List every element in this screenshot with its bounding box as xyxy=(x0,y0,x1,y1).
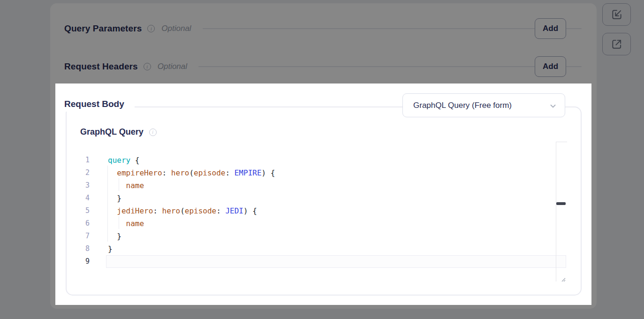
code-token-p: } xyxy=(108,194,121,203)
line-number: 4 xyxy=(67,192,90,205)
line-number-gutter: 123456789 xyxy=(67,154,90,268)
line-number: 5 xyxy=(67,205,90,217)
code-token-prop: name xyxy=(126,181,144,190)
code-line[interactable]: } xyxy=(106,243,566,255)
dim-overlay xyxy=(0,305,644,319)
graphql-query-header: GraphQL Query i xyxy=(80,127,157,137)
scrollbar-thumb[interactable] xyxy=(556,202,566,205)
code-line[interactable]: jediHero: hero(episode: JEDI) { xyxy=(106,205,566,217)
line-number: 2 xyxy=(67,167,90,179)
code-token-p: ) { xyxy=(262,168,275,177)
code-token-p: : xyxy=(162,168,171,177)
dim-overlay xyxy=(0,84,55,305)
code-token-prop: name xyxy=(126,219,144,228)
code-token-p: : xyxy=(216,206,225,215)
info-icon: i xyxy=(149,129,157,136)
code-line[interactable]: name xyxy=(106,217,566,230)
chevron-down-icon xyxy=(549,102,557,110)
code-token-prop: episode xyxy=(194,168,225,177)
code-token-p: } xyxy=(108,232,121,241)
code-token-enum: EMPIRE xyxy=(235,168,262,177)
scrollbar-track xyxy=(556,142,556,281)
code-line[interactable]: query { xyxy=(106,154,566,167)
code-token-p xyxy=(108,219,126,228)
code-token-p: { xyxy=(130,156,139,165)
code-line[interactable]: } xyxy=(106,230,566,243)
dim-overlay xyxy=(591,84,644,305)
code-line[interactable]: } xyxy=(106,192,566,205)
code-token-kw: query xyxy=(108,156,130,165)
code-token-p xyxy=(108,206,117,215)
request-body-label: Request Body xyxy=(64,99,124,109)
code-token-p: : xyxy=(153,206,162,215)
line-number: 8 xyxy=(67,243,90,255)
code-token-p: ( xyxy=(189,168,194,177)
code-area[interactable]: query { empireHero: hero(episode: EMPIRE… xyxy=(106,154,566,268)
scrollbar-track xyxy=(556,142,567,142)
code-token-prop: episode xyxy=(185,206,216,215)
code-token-p xyxy=(108,181,126,190)
code-token-prop: hero xyxy=(162,206,181,215)
code-line[interactable] xyxy=(106,255,566,268)
code-line[interactable]: empireHero: hero(episode: EMPIRE) { xyxy=(106,167,566,179)
code-token-p: ( xyxy=(180,206,185,215)
line-number: 9 xyxy=(67,255,90,268)
line-number: 3 xyxy=(67,179,90,192)
line-number: 1 xyxy=(67,154,90,167)
body-type-selected-value: GraphQL Query (Free form) xyxy=(413,101,512,110)
dim-overlay xyxy=(0,0,644,84)
code-token-enum: JEDI xyxy=(225,206,243,215)
graphql-query-card: GraphQL Query i 123456789 query { empire… xyxy=(66,106,582,296)
body-type-select[interactable]: GraphQL Query (Free form) xyxy=(402,93,565,117)
code-token-prop: empireHero xyxy=(117,168,162,177)
request-body-header: Request Body xyxy=(55,97,135,112)
code-token-p: : xyxy=(225,168,234,177)
graphql-query-label: GraphQL Query xyxy=(80,127,144,137)
line-number: 7 xyxy=(67,230,90,243)
resize-handle-icon[interactable] xyxy=(560,276,567,283)
code-token-p xyxy=(108,168,117,177)
line-number: 6 xyxy=(67,217,90,230)
code-token-prop: hero xyxy=(171,168,189,177)
code-token-p: ) { xyxy=(243,206,257,215)
code-token-p: } xyxy=(108,244,113,253)
code-line[interactable]: name xyxy=(106,179,566,192)
code-token-prop: jediHero xyxy=(117,206,153,215)
